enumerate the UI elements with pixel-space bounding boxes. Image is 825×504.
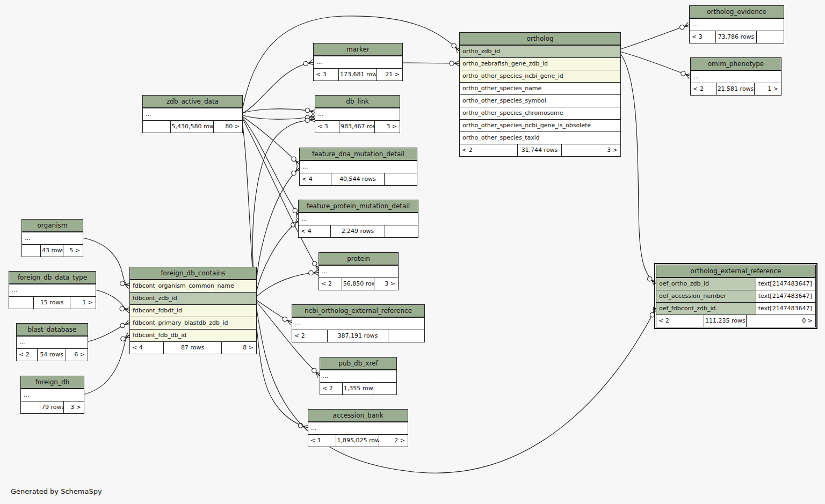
table-title[interactable]: foreign_db_data_type bbox=[9, 272, 96, 284]
table-footer: < 4 40,544 rows bbox=[300, 173, 417, 185]
edge-marker-ortholog bbox=[402, 63, 459, 63]
edge-blast_database-foreign_db_contains bbox=[87, 323, 129, 342]
footer-parents: < 2 bbox=[460, 144, 518, 156]
footer-children: 3 > bbox=[63, 401, 84, 413]
table-title[interactable]: organism bbox=[22, 220, 83, 232]
table-ellipsis-row: ... bbox=[319, 266, 398, 278]
table-footer: < 3 173,681 rows 21 > bbox=[314, 69, 402, 81]
column-oef_fdbcont_zdb_id[interactable]: oef_fdbcont_zdb_id text[2147483647] bbox=[656, 303, 815, 315]
edge-zdb_active_data-db_link-2 bbox=[242, 115, 315, 119]
column-ortho_zdb_id[interactable]: ortho_zdb_id bbox=[460, 46, 620, 58]
footer-children: 3 > bbox=[374, 278, 398, 290]
table-ellipsis-row: ... bbox=[300, 161, 417, 173]
table-footer: 15 rows 1 > bbox=[9, 297, 96, 309]
column-ortho_other_species_symbol[interactable]: ortho_other_species_symbol bbox=[460, 95, 620, 107]
footer-rowcount: 54 rows bbox=[38, 349, 65, 361]
footer-parents bbox=[143, 121, 171, 133]
footer-parents: < 2 bbox=[656, 315, 704, 327]
table-foreign_db_contains: foreign_db_contains fdbcont_organism_com… bbox=[129, 267, 257, 354]
footer-rowcount: 21,581 rows bbox=[717, 83, 755, 95]
edge-zdb_active_data-feature_protein_mutation_detail bbox=[242, 116, 299, 217]
table-title[interactable]: omim_phenotype bbox=[691, 58, 781, 71]
table-title[interactable]: feature_dna_mutation_detail bbox=[300, 148, 417, 161]
column-fdbcont_zdb_id[interactable]: fdbcont_zdb_id bbox=[130, 293, 256, 305]
table-title[interactable]: pub_db_xref bbox=[320, 357, 396, 370]
column-fdbcont_fdbdt_id[interactable]: fdbcont_fdbdt_id bbox=[130, 305, 256, 317]
footer-rowcount: 983,467 rows bbox=[339, 121, 374, 133]
edge-foreign_db_contains-ncbi_ortholog_external_reference bbox=[256, 300, 292, 323]
column-name[interactable]: oef_accession_number bbox=[656, 290, 756, 302]
table-ellipsis-row: ... bbox=[9, 284, 96, 297]
table-footer: < 3 73,786 rows bbox=[690, 31, 784, 43]
table-footer: < 2 111,235 rows 0 > bbox=[656, 315, 815, 327]
column-fdbcont_organism_common_name[interactable]: fdbcont_organism_common_name bbox=[130, 280, 256, 293]
column-ortho_other_species_chromosome[interactable]: ortho_other_species_chromosome bbox=[460, 107, 620, 120]
footer-rowcount: 1,895,025 rows bbox=[336, 435, 379, 447]
edge-foreign_db_contains-protein bbox=[256, 273, 319, 297]
table-title[interactable]: blast_database bbox=[17, 324, 88, 337]
table-ncbi_ortholog_external_reference: ncbi_ortholog_external_reference ... < 2… bbox=[292, 304, 425, 342]
table-title[interactable]: zdb_active_data bbox=[143, 96, 242, 108]
footer-parents: < 2 bbox=[319, 278, 342, 290]
table-ortholog: ortholog ortho_zdb_id ortho_zebrafish_ge… bbox=[459, 32, 621, 157]
footer-children: 1 > bbox=[754, 83, 781, 95]
column-ortho_other_species_ncbi_gene_is_obsolete[interactable]: ortho_other_species_ncbi_gene_is_obsolet… bbox=[460, 120, 620, 132]
table-title[interactable]: feature_protein_mutation_detail bbox=[299, 200, 418, 213]
footer-rowcount: 5,430,580 rows bbox=[171, 121, 214, 133]
table-ellipsis-row: ... bbox=[21, 389, 84, 401]
table-footer: < 2 21,581 rows 1 > bbox=[691, 83, 781, 95]
column-ortho_other_species_name[interactable]: ortho_other_species_name bbox=[460, 83, 620, 95]
column-ortho_zebrafish_gene_zdb_id[interactable]: ortho_zebrafish_gene_zdb_id bbox=[460, 58, 620, 70]
table-title[interactable]: foreign_db bbox=[21, 376, 84, 389]
edge-zdb_active_data-marker bbox=[242, 62, 313, 114]
footer-children: 1 > bbox=[70, 297, 96, 309]
footer-rowcount: 387,191 rows bbox=[328, 330, 388, 342]
footer-rowcount: 31,744 rows bbox=[518, 144, 562, 156]
footer-parents: < 3 bbox=[315, 121, 339, 133]
footer-parents: < 2 bbox=[17, 349, 38, 361]
footer-children: 3 > bbox=[561, 144, 620, 156]
table-title[interactable]: ortholog_evidence bbox=[690, 6, 784, 19]
column-oef_ortho_zdb_id[interactable]: oef_ortho_zdb_id text[2147483647] bbox=[656, 278, 815, 290]
footer-children: 2 > bbox=[379, 435, 408, 447]
table-title[interactable]: foreign_db_contains bbox=[130, 267, 256, 280]
table-footer: < 2 1,355 rows bbox=[320, 383, 396, 395]
column-ortho_other_species_ncbi_gene_id[interactable]: ortho_other_species_ncbi_gene_id bbox=[460, 70, 620, 83]
table-title[interactable]: marker bbox=[314, 43, 402, 56]
table-title[interactable]: db_link bbox=[315, 96, 400, 108]
column-name[interactable]: oef_fdbcont_zdb_id bbox=[656, 303, 756, 315]
generator-note: Generated by SchemaSpy bbox=[11, 487, 102, 495]
footer-children: 0 > bbox=[746, 315, 815, 327]
table-footer: 79 rows 3 > bbox=[21, 401, 84, 413]
column-fdbcont_fdb_db_id[interactable]: fdbcont_fdb_db_id bbox=[130, 330, 256, 342]
table-title[interactable]: protein bbox=[319, 253, 398, 266]
column-type: text[2147483647] bbox=[756, 278, 815, 290]
table-footer: < 4 2,249 rows bbox=[299, 225, 418, 237]
footer-parents: < 3 bbox=[314, 69, 339, 81]
column-ortho_other_species_taxid[interactable]: ortho_other_species_taxid bbox=[460, 132, 620, 144]
table-title[interactable]: ncbi_ortholog_external_reference bbox=[292, 305, 424, 318]
column-oef_accession_number[interactable]: oef_accession_number text[2147483647] bbox=[656, 290, 815, 303]
footer-rowcount: 2,249 rows bbox=[331, 225, 385, 237]
footer-rowcount: 87 rows bbox=[164, 342, 221, 354]
edge-ortholog-ortholog_evidence bbox=[620, 25, 689, 49]
edge-foreign_db_data_type-foreign_db_contains bbox=[95, 290, 129, 310]
table-accession_bank: accession_bank ... < 1 1,895,025 rows 2 … bbox=[308, 409, 408, 447]
table-footer: < 2 387,191 rows bbox=[292, 330, 424, 342]
table-ellipsis-row: ... bbox=[315, 108, 400, 121]
column-fdbcont_primary_blastdb_zdb_id[interactable]: fdbcont_primary_blastdb_zdb_id bbox=[130, 317, 256, 330]
table-ortholog_evidence: ortholog_evidence ... < 3 73,786 rows bbox=[689, 5, 784, 43]
table-title[interactable]: accession_bank bbox=[308, 410, 408, 422]
table-footer: < 4 87 rows 8 > bbox=[130, 342, 256, 354]
edge-ortholog-ortholog_external_reference bbox=[620, 53, 656, 283]
table-title[interactable]: ortholog_external_reference bbox=[656, 265, 815, 278]
table-footer: < 3 983,467 rows 3 > bbox=[315, 121, 400, 133]
footer-children: 5 > bbox=[63, 245, 83, 257]
table-db_link: db_link ... < 3 983,467 rows 3 > bbox=[315, 95, 400, 133]
table-ellipsis-row: ... bbox=[143, 108, 242, 121]
table-footer: < 1 1,895,025 rows 2 > bbox=[308, 435, 408, 447]
table-ellipsis-row: ... bbox=[691, 71, 781, 83]
footer-rowcount: 15 rows bbox=[34, 297, 70, 309]
table-title[interactable]: ortholog bbox=[460, 33, 620, 46]
column-name[interactable]: oef_ortho_zdb_id bbox=[656, 278, 756, 290]
